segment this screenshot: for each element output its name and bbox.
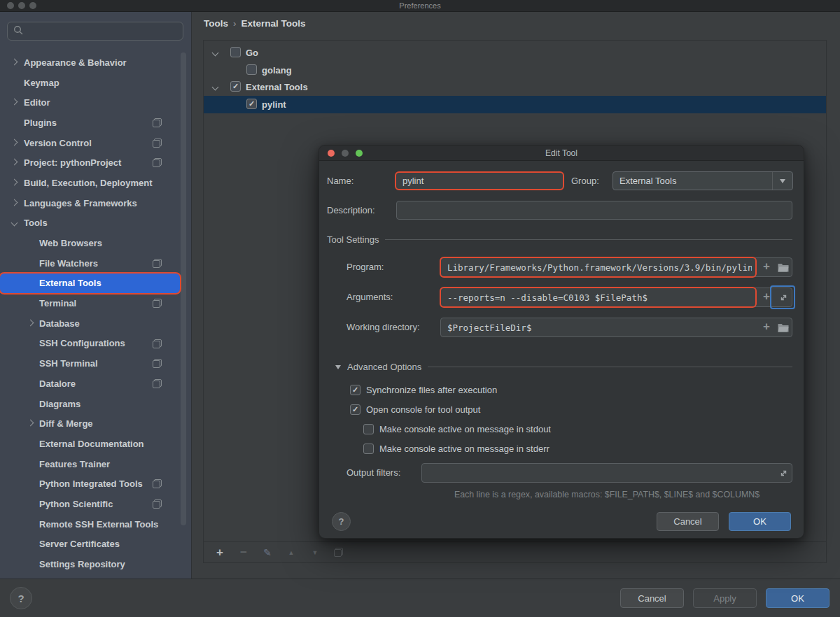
sidebar-item-diff-merge[interactable]: Diff & Merge: [0, 413, 180, 434]
folder-icon: [778, 263, 789, 272]
sidebar-item-database[interactable]: Database: [0, 313, 180, 334]
pylint-checkbox[interactable]: [246, 99, 257, 109]
chevron-right-icon[interactable]: [27, 420, 34, 427]
group-combobox[interactable]: External Tools: [612, 171, 793, 190]
working-directory-field[interactable]: +: [440, 318, 792, 337]
sidebar-item-plugins[interactable]: Plugins: [0, 113, 180, 133]
sidebar-item-external-documentation[interactable]: External Documentation: [0, 434, 180, 454]
chevron-right-icon[interactable]: [11, 199, 18, 206]
working-directory-input[interactable]: [441, 322, 758, 333]
tree-row-external-tools[interactable]: External Tools: [204, 78, 826, 96]
sidebar-item-remote-ssh-external-tools[interactable]: Remote SSH External Tools: [0, 514, 180, 534]
name-input[interactable]: [396, 176, 563, 186]
arguments-input[interactable]: [441, 292, 758, 303]
sync-files-checkbox[interactable]: [350, 385, 360, 395]
copy-settings-icon: [153, 499, 162, 509]
arguments-field[interactable]: +: [440, 288, 792, 307]
golang-checkbox[interactable]: [246, 64, 257, 75]
tree-row-golang[interactable]: golang: [204, 62, 826, 79]
go-checkbox[interactable]: [230, 47, 241, 57]
description-input[interactable]: [397, 205, 792, 215]
expand-editor-button[interactable]: [775, 464, 792, 482]
open-console-checkbox[interactable]: [350, 404, 360, 415]
sidebar-item-python-scientific[interactable]: Python Scientific: [0, 494, 180, 514]
chevron-right-icon[interactable]: [11, 99, 18, 106]
output-filters-field[interactable]: [421, 463, 792, 483]
open-console-option[interactable]: Open console for tool output: [350, 404, 480, 415]
remove-tool-button[interactable]: −: [239, 546, 248, 560]
insert-macro-button[interactable]: +: [758, 288, 775, 306]
apply-button[interactable]: Apply: [693, 588, 757, 608]
chevron-right-icon[interactable]: [11, 139, 18, 146]
move-up-button[interactable]: ▲: [286, 549, 296, 556]
folder-icon: [778, 323, 789, 332]
sidebar-item-project-pythonproject[interactable]: Project: pythonProject: [0, 153, 180, 173]
chevron-right-icon[interactable]: [11, 159, 18, 166]
output-filters-label: Output filters:: [346, 463, 400, 482]
stderr-option[interactable]: Make console active on message in stderr: [363, 444, 550, 454]
chevron-right-icon[interactable]: [27, 319, 34, 326]
sidebar-item-server-certificates[interactable]: Server Certificates: [0, 534, 180, 555]
dialog-cancel-button[interactable]: Cancel: [657, 512, 719, 531]
sidebar-item-settings-repository[interactable]: Settings Repository: [0, 554, 180, 574]
edit-tool-button[interactable]: ✎: [262, 547, 272, 558]
insert-macro-button[interactable]: +: [758, 257, 775, 276]
stdout-checkbox[interactable]: [363, 424, 374, 434]
sidebar-item-web-browsers[interactable]: Web Browsers: [0, 233, 180, 253]
tree-row-pylint[interactable]: pylint: [204, 96, 826, 113]
sidebar-item-ssh-terminal[interactable]: SSH Terminal: [0, 353, 180, 374]
browse-folder-button[interactable]: [775, 318, 792, 336]
sidebar-item-editor[interactable]: Editor: [0, 92, 180, 113]
help-button[interactable]: ?: [10, 587, 32, 609]
cancel-button[interactable]: Cancel: [620, 588, 684, 608]
sidebar-item-features-trainer[interactable]: Features Trainer: [0, 454, 180, 474]
sidebar-item-appearance-behavior[interactable]: Appearance & Behavior: [0, 52, 180, 73]
sidebar-scrollbar[interactable]: [181, 52, 186, 525]
chevron-down-icon[interactable]: [212, 50, 219, 57]
copy-tool-button[interactable]: [334, 548, 343, 557]
collapse-triangle-icon[interactable]: [335, 365, 341, 369]
chevron-down-icon[interactable]: [11, 219, 18, 226]
program-field[interactable]: +: [440, 257, 792, 277]
search-input[interactable]: [27, 26, 183, 36]
stdout-option[interactable]: Make console active on message in stdout: [363, 424, 551, 434]
sidebar-item-file-watchers[interactable]: File Watchers: [0, 253, 180, 274]
sidebar-item-diagrams[interactable]: Diagrams: [0, 394, 180, 414]
chevron-right-icon[interactable]: [11, 59, 18, 66]
move-down-button[interactable]: ▼: [310, 549, 320, 556]
name-field[interactable]: [395, 171, 564, 190]
sidebar-item-python-integrated-tools[interactable]: Python Integrated Tools: [0, 474, 180, 494]
program-input[interactable]: [441, 262, 758, 273]
stderr-checkbox[interactable]: [363, 444, 374, 454]
window-title: Preferences: [0, 1, 840, 10]
chevron-right-icon[interactable]: [11, 179, 18, 186]
expand-editor-button[interactable]: [775, 288, 792, 306]
browse-folder-button[interactable]: [775, 258, 792, 276]
description-field[interactable]: [396, 201, 792, 220]
chevron-down-icon[interactable]: [212, 84, 219, 91]
settings-search-box[interactable]: [7, 22, 183, 41]
sidebar-item-datalore[interactable]: Datalore: [0, 374, 180, 394]
output-filters-input[interactable]: [422, 468, 775, 478]
sidebar-item-external-tools[interactable]: External Tools: [0, 274, 180, 294]
combo-dropdown-button[interactable]: [772, 172, 792, 190]
sync-files-option[interactable]: Synchronize files after execution: [350, 385, 497, 395]
sidebar-item-version-control[interactable]: Version Control: [0, 133, 180, 153]
add-tool-button[interactable]: +: [215, 546, 225, 560]
external-tools-checkbox[interactable]: [230, 81, 241, 92]
sidebar-item-build-execution-deployment[interactable]: Build, Execution, Deployment: [0, 173, 180, 193]
breadcrumb-tools[interactable]: Tools: [204, 18, 228, 29]
sidebar-item-languages-frameworks[interactable]: Languages & Frameworks: [0, 193, 180, 213]
sidebar-item-ssh-configurations[interactable]: SSH Configurations: [0, 334, 180, 354]
dialog-help-button[interactable]: ?: [332, 512, 351, 531]
advanced-options-section[interactable]: Advanced Options: [335, 362, 792, 372]
sidebar-item-terminal[interactable]: Terminal: [0, 293, 180, 313]
output-filters-hint: Each line is a regex, available macros: …: [421, 490, 792, 499]
copy-settings-icon: [153, 299, 162, 308]
ok-button[interactable]: OK: [766, 588, 830, 608]
sidebar-item-tools[interactable]: Tools: [0, 213, 180, 234]
insert-macro-button[interactable]: +: [758, 318, 775, 336]
dialog-ok-button[interactable]: OK: [729, 512, 791, 531]
sidebar-item-keymap[interactable]: Keymap: [0, 73, 180, 93]
tree-row-go[interactable]: Go: [204, 44, 826, 62]
